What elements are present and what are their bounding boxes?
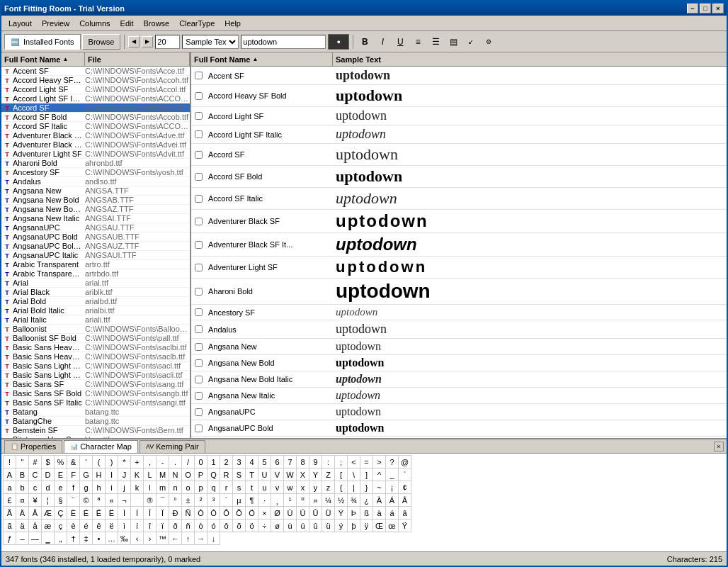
char-map-cell[interactable]: ë <box>106 520 118 532</box>
font-list-item[interactable]: TAccord SF BoldC:\WINDOWS\Fonts\Accob.tt… <box>1 113 190 122</box>
browse-tab[interactable]: Browse <box>82 34 121 50</box>
char-map-cell[interactable]: ‗ <box>42 532 55 545</box>
char-map-cell[interactable]: â <box>399 507 411 520</box>
char-map-cell[interactable]: - <box>157 456 169 468</box>
sample-text-select[interactable]: Sample Text Custom Text <box>182 35 239 49</box>
char-map-cell[interactable]: x <box>297 481 309 494</box>
sample-checkbox[interactable] <box>191 392 205 400</box>
sample-name-col-header[interactable]: Full Font Name ▲ <box>191 52 333 66</box>
font-list-item[interactable]: TBasic Sans SFC:\WINDOWS\Fonts\sang.ttf <box>1 380 190 389</box>
char-map-cell[interactable]: A <box>4 468 16 481</box>
char-map-cell[interactable]: t <box>246 481 258 494</box>
char-map-cell[interactable]: ( <box>93 456 106 468</box>
char-map-cell[interactable]: y <box>309 481 322 494</box>
char-map-cell[interactable]: ó <box>207 520 220 532</box>
char-map-cell[interactable]: U <box>258 468 271 481</box>
sample-list[interactable]: Accent SFuptodownAccord Heavy SF Boldupt… <box>191 67 727 438</box>
char-map-cell[interactable]: Ò <box>195 507 207 520</box>
char-map-cell[interactable]: ƒ <box>4 532 16 545</box>
char-map-cell[interactable]: ú <box>297 520 309 532</box>
char-map-cell[interactable]: F <box>67 468 80 481</box>
char-map-cell[interactable]: Ÿ <box>399 520 411 532</box>
font-list-item[interactable]: TAncestory SFC:\WINDOWS\Fonts\yosh.ttf <box>1 168 190 177</box>
char-map-cell[interactable]: Î <box>144 507 157 520</box>
char-map-cell[interactable]: ↓ <box>207 532 220 545</box>
font-list-item[interactable]: TArial Blackariblk.ttf <box>1 288 190 297</box>
char-map-cell[interactable]: O <box>182 468 195 481</box>
char-map-cell[interactable]: Õ <box>233 507 246 520</box>
char-map-cell[interactable]: ‡ <box>80 532 93 545</box>
font-list-item[interactable]: TBasic Sans Light SFC:\WINDOWS\Fonts\sac… <box>1 361 190 371</box>
char-map-cell[interactable]: 6 <box>271 456 284 468</box>
char-map-cell[interactable]: L <box>144 468 157 481</box>
font-list-item[interactable]: TBatangChebatang.ttc <box>1 417 190 426</box>
char-map-cell[interactable]: l <box>144 481 157 494</box>
char-map-cell[interactable]: Æ <box>42 507 55 520</box>
char-map-cell[interactable]: Ú <box>297 507 309 520</box>
char-map-cell[interactable]: j <box>118 481 131 494</box>
font-list-item[interactable]: TArial Bold Italicarialbi.ttf <box>1 306 190 315</box>
char-map-cell[interactable]: Å <box>29 507 42 520</box>
sample-list-item[interactable]: Angsana New Italicuptodown <box>191 388 727 404</box>
char-map-cell[interactable]: È <box>67 507 80 520</box>
char-map-cell[interactable]: É <box>80 507 93 520</box>
sample-checkbox[interactable] <box>191 72 205 79</box>
char-map-cell[interactable]: g <box>80 481 93 494</box>
char-map-cell[interactable]: ¬ <box>118 494 131 507</box>
font-list-item[interactable]: TAngsana New BoldANGSAB.TTF <box>1 196 190 205</box>
char-map-cell[interactable]: ° <box>169 494 182 507</box>
char-map-cell[interactable]: k <box>131 481 144 494</box>
menu-columns[interactable]: Columns <box>75 18 114 29</box>
char-map-cell[interactable]: ← <box>169 532 182 545</box>
char-map-cell[interactable]: « <box>106 494 118 507</box>
char-map-cell[interactable]: × <box>258 507 271 520</box>
char-map-cell[interactable]: ¨ <box>67 494 80 507</box>
sample-checkbox[interactable] <box>191 288 205 296</box>
char-map-cell[interactable]: õ <box>233 520 246 532</box>
char-map-cell[interactable]: Ý <box>335 507 348 520</box>
char-map-cell[interactable]: ¿ <box>360 494 373 507</box>
char-map-cell[interactable]: ­ <box>131 494 144 507</box>
char-map-cell[interactable]: Ä <box>16 507 29 520</box>
char-map-cell[interactable]: * <box>118 456 131 468</box>
char-map-cell[interactable]: ¡ <box>386 481 399 494</box>
font-list-item[interactable]: TAccord Light SF ItalicC:\WINDOWS\Fonts\… <box>1 94 190 103</box>
char-map-cell[interactable]: Œ <box>373 520 386 532</box>
char-map-cell[interactable]: & <box>67 456 80 468</box>
char-map-cell[interactable]: u <box>258 481 271 494</box>
sample-text-col-header[interactable]: Sample Text <box>333 52 727 66</box>
bold-button[interactable]: B <box>357 35 372 49</box>
sample-checkbox[interactable] <box>191 308 205 316</box>
char-map-cell[interactable]: Ë <box>106 507 118 520</box>
char-map-cell[interactable]: < <box>348 456 360 468</box>
font-list-item[interactable]: TAdventurer Black S...C:\WINDOWS\Fonts\A… <box>1 140 190 150</box>
char-map-cell[interactable]: @ <box>399 456 411 468</box>
font-name-col-header[interactable]: Full Font Name ▲ <box>1 52 85 66</box>
char-map-cell[interactable]: Ì <box>118 507 131 520</box>
sample-list-item[interactable]: Accord Heavy SF Bolduptodown <box>191 85 727 107</box>
char-map-cell[interactable]: ÷ <box>258 520 271 532</box>
font-list-item[interactable]: TBernstein SFC:\WINDOWS\Fonts\Bern.ttf <box>1 426 190 435</box>
char-map-cell[interactable]: á <box>386 507 399 520</box>
char-map-cell[interactable]: Í <box>131 507 144 520</box>
char-map-cell[interactable]: 5 <box>258 456 271 468</box>
char-map-cell[interactable]: ÿ <box>360 520 373 532</box>
sample-checkbox[interactable] <box>191 325 205 333</box>
sample-checkbox[interactable] <box>191 359 205 367</box>
sample-checkbox[interactable] <box>191 376 205 383</box>
char-map-cell[interactable]: Ù <box>284 507 297 520</box>
char-map-cell[interactable]: – <box>16 532 29 545</box>
char-map-cell[interactable]: # <box>29 456 42 468</box>
sample-checkbox[interactable] <box>191 92 205 100</box>
sample-list-item[interactable]: Adventurer Light SFuptodown <box>191 257 727 279</box>
preview-text-input[interactable] <box>241 35 326 49</box>
char-map-cell[interactable]: G <box>80 468 93 481</box>
char-map-cell[interactable]: ® <box>144 494 157 507</box>
char-map-cell[interactable]: s <box>233 481 246 494</box>
font-list-item[interactable]: TArabic Transparentartro.ttf <box>1 260 190 269</box>
char-map-cell[interactable]: Ç <box>55 507 67 520</box>
char-map-cell[interactable]: ↑ <box>182 532 195 545</box>
char-map-cell[interactable]: = <box>360 456 373 468</box>
char-map-cell[interactable]: ï <box>157 520 169 532</box>
char-map-cell[interactable]: P <box>195 468 207 481</box>
